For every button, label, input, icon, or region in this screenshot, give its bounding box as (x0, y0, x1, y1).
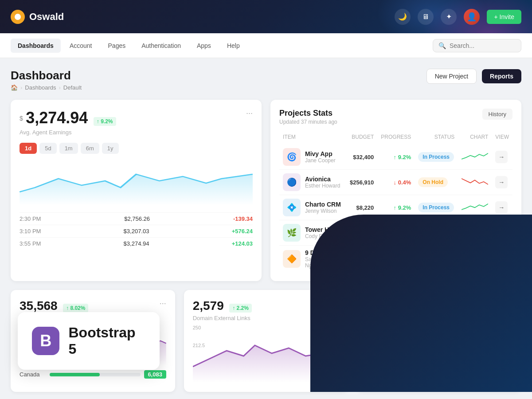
sessions-badge: ↑ 8.02% (63, 304, 88, 313)
time-2: 3:10 PM (20, 228, 41, 235)
nav-apps[interactable]: Apps (190, 39, 218, 53)
moon-icon[interactable]: 🌙 (395, 9, 411, 25)
bootstrap-label: Bootstrap 5 (68, 325, 145, 357)
search-box[interactable]: 🔍 (433, 39, 521, 52)
project-budget-0: $32,400 (346, 145, 377, 170)
nav-pages[interactable]: Pages (101, 39, 133, 53)
filter-1y[interactable]: 1y (102, 143, 119, 154)
project-view-1[interactable]: → (492, 170, 512, 195)
table-row: 🔵 Avionica Esther Howard $256,910 ↓ 0.4%… (279, 170, 512, 195)
filter-5d[interactable]: 5d (39, 143, 56, 154)
sessions-more-button[interactable]: ··· (160, 299, 166, 308)
dark-overlay (310, 215, 532, 392)
time-filters: 1d 5d 1m 6m 1y (20, 143, 253, 154)
data-row-3: 3:55 PM $3,274.94 +124.03 (20, 237, 253, 250)
earnings-amount: 3,274.94 (26, 109, 88, 127)
table-row: 🌀 Mivy App Jane Cooper $32,400 ↑ 9.2% In… (279, 145, 512, 170)
project-status-1: On Hold (415, 170, 458, 195)
page-content: Dashboard 🏠 › Dashboards › Default New P… (0, 58, 532, 392)
project-item-cell-2: 💠 Charto CRM Jenny Wilson (279, 195, 346, 220)
project-chart-0 (458, 145, 492, 170)
earnings-subtitle: Avg. Agent Earnings (20, 129, 116, 136)
col-progress: PROGRESS (377, 132, 415, 145)
project-item-cell-0: 🌀 Mivy App Jane Cooper (279, 145, 346, 170)
filter-1m[interactable]: 1m (59, 143, 78, 154)
time-3: 3:55 PM (20, 240, 41, 247)
nav-dashboards[interactable]: Dashboards (11, 39, 61, 53)
earnings-amount-area: $ 3,274.94 ↑ 9.2% Avg. Agent Earnings (20, 109, 116, 136)
project-progress-1: ↓ 0.4% (377, 170, 415, 195)
project-person-1: Esther Howard (305, 183, 340, 189)
col-budget: BUDGET (346, 132, 377, 145)
data-row-1: 2:30 PM $2,756.26 -139.34 (20, 212, 253, 225)
country-bar (50, 373, 100, 376)
invite-button[interactable]: + Invite (487, 10, 521, 24)
nav-account[interactable]: Account (63, 39, 99, 53)
project-view-0[interactable]: → (492, 145, 512, 170)
project-item-cell-1: 🔵 Avionica Esther Howard (279, 170, 346, 195)
top-navbar: Oswald 🌙 🖥 ✦ 👤 + Invite (0, 0, 532, 33)
project-status-0: In Process (415, 145, 458, 170)
links-number-row: 2,579 ↑ 2.2% (193, 299, 252, 313)
search-icon: 🔍 (438, 42, 446, 49)
change-3: +124.03 (232, 240, 253, 247)
amount-1: $2,756.26 (124, 215, 150, 222)
history-button[interactable]: History (482, 109, 512, 120)
projects-title-area: Projects Stats Updated 37 minutes ago (279, 109, 337, 125)
country-value: 6,083 (144, 370, 166, 379)
links-number: 2,579 (193, 299, 224, 313)
currency-symbol: $ (20, 115, 23, 122)
page-header: Dashboard 🏠 › Dashboards › Default New P… (11, 69, 521, 91)
monitor-icon[interactable]: 🖥 (418, 9, 434, 25)
change-2: +576.24 (232, 228, 253, 235)
nav-right: 🌙 🖥 ✦ 👤 + Invite (395, 9, 521, 25)
nav-authentication[interactable]: Authentication (134, 39, 188, 53)
breadcrumb-dashboards[interactable]: Dashboards (25, 84, 56, 91)
project-icon-4: 🔶 (283, 250, 301, 268)
home-icon: 🏠 (11, 84, 18, 91)
project-icon-1: 🔵 (283, 173, 301, 191)
app-name: Oswald (29, 11, 64, 23)
reports-button[interactable]: Reports (482, 69, 521, 83)
breadcrumb: 🏠 › Dashboards › Default (11, 84, 82, 91)
amount-2: $3,207.03 (124, 228, 149, 235)
earnings-amount-row: $ 3,274.94 ↑ 9.2% (20, 109, 116, 127)
bootstrap-icon: B (32, 327, 59, 355)
share-icon[interactable]: ✦ (441, 9, 457, 25)
title-area: Dashboard 🏠 › Dashboards › Default (11, 69, 82, 91)
avatar[interactable]: 👤 (464, 9, 480, 25)
logo-icon (11, 10, 25, 24)
amount-3: $3,274.94 (124, 240, 149, 247)
nav-help[interactable]: Help (220, 39, 247, 53)
earnings-more-button[interactable]: ··· (246, 109, 253, 118)
new-project-button[interactable]: New Project (426, 69, 477, 84)
earnings-card: $ 3,274.94 ↑ 9.2% Avg. Agent Earnings ··… (11, 100, 262, 281)
earnings-data-rows: 2:30 PM $2,756.26 -139.34 3:10 PM $3,207… (20, 212, 253, 250)
project-icon-0: 🌀 (283, 148, 301, 166)
change-1: -139.34 (233, 215, 253, 222)
bootstrap-overlay: B Bootstrap 5 (18, 312, 160, 370)
country-row: Canada 6,083 (20, 370, 166, 379)
projects-header: Projects Stats Updated 37 minutes ago Hi… (279, 109, 512, 125)
data-row-2: 3:10 PM $3,207.03 +576.24 (20, 225, 253, 237)
search-input[interactable] (450, 42, 516, 49)
filter-1d[interactable]: 1d (20, 143, 37, 154)
links-subtitle: Domain External Links (193, 315, 252, 321)
project-chart-1 (458, 170, 492, 195)
sessions-number: 35,568 (20, 299, 58, 313)
country-bar-wrap (50, 373, 141, 376)
links-badge: ↑ 2.2% (229, 304, 252, 313)
project-name-1: Avionica (305, 176, 340, 183)
project-icon-2: 💠 (283, 199, 301, 216)
col-status: STATUS (415, 132, 458, 145)
time-1: 2:30 PM (20, 215, 41, 222)
y-label-250: 250 (193, 325, 201, 330)
breadcrumb-default: Default (63, 84, 82, 91)
project-progress-0: ↑ 9.2% (377, 145, 415, 170)
filter-6m[interactable]: 6m (81, 143, 99, 154)
header-actions: New Project Reports (426, 69, 521, 84)
y-label-212: 212.5 (193, 343, 205, 348)
country-name: Canada (20, 371, 46, 378)
earnings-chart (20, 161, 253, 205)
project-budget-1: $256,910 (346, 170, 377, 195)
